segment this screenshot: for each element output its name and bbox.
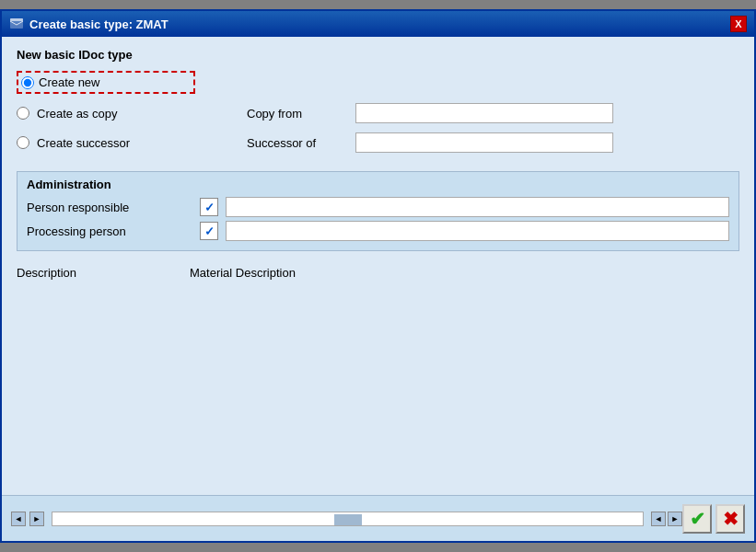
main-window: Create basic type: ZMAT X New basic IDoc… <box>0 9 756 543</box>
copy-from-label: Copy from <box>247 107 348 121</box>
title-bar: Create basic type: ZMAT X <box>2 11 754 37</box>
person-responsible-check-icon: ✓ <box>204 201 215 214</box>
description-value: Material Description <box>190 266 296 280</box>
processing-person-check-icon: ✓ <box>204 224 215 238</box>
processing-person-checkbox[interactable]: ✓ <box>200 222 218 240</box>
admin-row-person-responsible: Person responsible ✓ <box>27 197 729 217</box>
bottom-bar: ◄ ► ◄ ► ✔ ✖ <box>2 495 754 541</box>
window-icon <box>9 17 24 31</box>
admin-row-processing-person: Processing person ✓ <box>27 221 729 241</box>
scroll-track[interactable] <box>52 512 644 526</box>
title-bar-left: Create basic type: ZMAT <box>9 17 169 31</box>
admin-title: Administration <box>27 178 729 191</box>
content-area: New basic IDoc type Create new Create as… <box>2 37 754 495</box>
radio-create-as-copy-label: Create as copy <box>37 107 184 121</box>
selected-radio-box: Create new <box>17 71 195 94</box>
scroll-left-arrow[interactable]: ◄ <box>11 512 26 526</box>
processing-person-input[interactable] <box>226 221 729 241</box>
section-title: New basic IDoc type <box>17 48 739 62</box>
radio-create-successor-label: Create successor <box>37 136 184 150</box>
successor-of-label: Successor of <box>247 136 348 150</box>
svg-rect-1 <box>10 18 23 21</box>
radio-group: Create new Create as copy Copy from Crea… <box>17 71 739 153</box>
nav-right-arrow[interactable]: ► <box>668 512 682 526</box>
radio-create-as-copy[interactable] <box>17 107 29 120</box>
cancel-icon: ✖ <box>723 508 739 530</box>
confirm-icon: ✔ <box>690 508 705 530</box>
radio-create-new-label: Create new <box>39 75 186 89</box>
radio-create-successor[interactable] <box>17 136 29 149</box>
admin-section: Administration Person responsible ✓ Proc… <box>17 171 739 251</box>
description-row: Description Material Description <box>17 266 739 280</box>
nav-left-arrow[interactable]: ◄ <box>651 512 666 526</box>
action-buttons: ✔ ✖ <box>682 504 745 534</box>
radio-row-create-new: Create new <box>17 71 739 94</box>
person-responsible-checkbox[interactable]: ✓ <box>200 198 218 216</box>
close-button[interactable]: X <box>730 16 747 32</box>
person-responsible-label: Person responsible <box>27 201 192 214</box>
person-responsible-input[interactable] <box>226 197 729 217</box>
nav-arrows: ◄ ► <box>651 512 682 526</box>
description-label: Description <box>17 266 182 280</box>
successor-of-input[interactable] <box>355 132 613 153</box>
window-title: Create basic type: ZMAT <box>29 17 169 31</box>
radio-row-create-as-copy: Create as copy Copy from <box>17 103 739 123</box>
cancel-button[interactable]: ✖ <box>715 504 745 534</box>
processing-person-label: Processing person <box>27 224 192 238</box>
scroll-area: ◄ ► ◄ ► <box>11 512 682 526</box>
copy-from-input[interactable] <box>355 103 613 123</box>
confirm-button[interactable]: ✔ <box>682 504 712 534</box>
radio-create-new[interactable] <box>21 76 34 89</box>
scroll-thumb <box>334 514 362 525</box>
scroll-right-arrow[interactable]: ► <box>29 512 44 526</box>
radio-row-create-successor: Create successor Successor of <box>17 132 739 153</box>
